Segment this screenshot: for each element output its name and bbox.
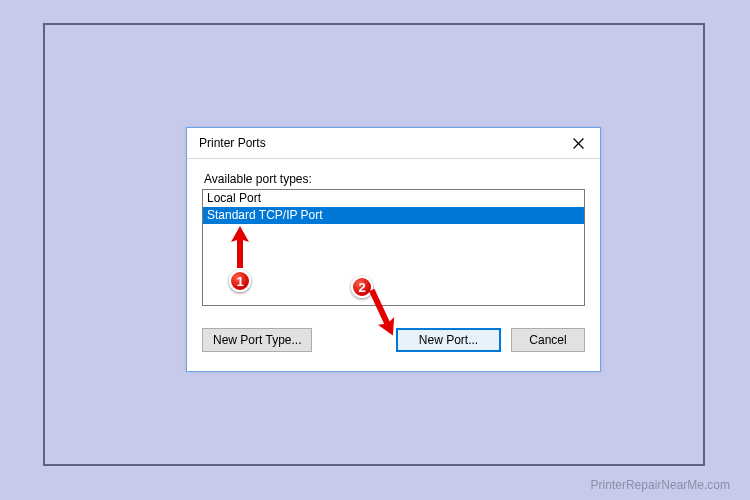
- dialog-button-row: New Port Type... New Port... Cancel: [202, 328, 585, 352]
- watermark: PrinterRepairNearMe.com: [591, 478, 730, 492]
- close-button[interactable]: [556, 128, 600, 158]
- port-type-item[interactable]: Standard TCP/IP Port: [203, 207, 584, 224]
- new-port-button[interactable]: New Port...: [396, 328, 501, 352]
- dialog-titlebar: Printer Ports: [187, 128, 600, 159]
- printer-ports-dialog: Printer Ports Available port types: Loca…: [186, 127, 601, 372]
- close-icon: [573, 138, 584, 149]
- spacer: [322, 328, 386, 352]
- dialog-body: Available port types: Local Port Standar…: [187, 159, 600, 367]
- port-type-item[interactable]: Local Port: [203, 190, 584, 207]
- available-ports-label: Available port types:: [204, 172, 585, 186]
- new-port-type-button[interactable]: New Port Type...: [202, 328, 312, 352]
- cancel-button[interactable]: Cancel: [511, 328, 585, 352]
- port-types-listbox[interactable]: Local Port Standard TCP/IP Port: [202, 189, 585, 306]
- dialog-title: Printer Ports: [199, 136, 266, 150]
